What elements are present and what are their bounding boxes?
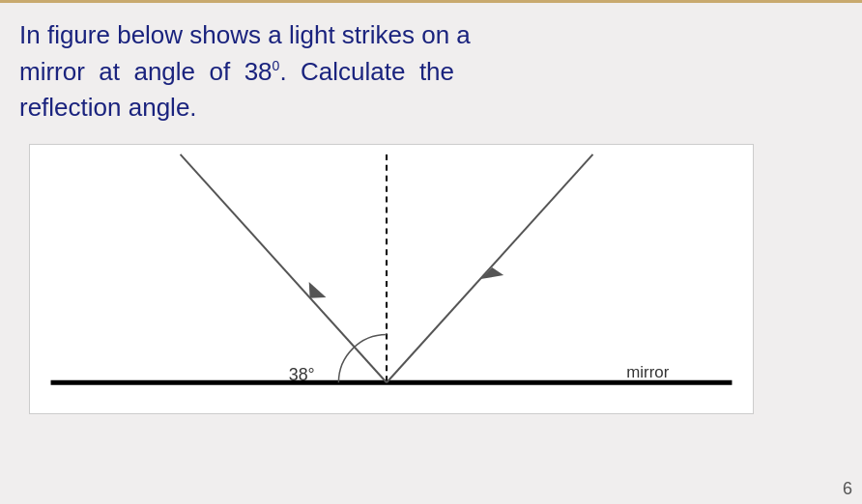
incident-ray: [181, 154, 387, 382]
top-border: [0, 0, 862, 3]
question-text: In figure below shows a light strikes on…: [19, 17, 843, 126]
question-line3: reflection angle.: [19, 93, 197, 122]
diagram-svg: 38° mirror: [30, 145, 753, 413]
content-area: In figure below shows a light strikes on…: [19, 17, 843, 485]
question-line1: In figure below shows a light strikes on…: [19, 20, 471, 49]
slide-number: 6: [843, 479, 852, 499]
question-line2: mirror at angle of 380. Calculate the: [19, 57, 454, 86]
mirror-label: mirror: [626, 363, 669, 381]
angle-label: 38°: [289, 365, 315, 384]
degree-superscript: 0: [273, 58, 280, 73]
reflected-ray-arrow: [480, 267, 503, 279]
reflected-ray: [387, 154, 592, 382]
diagram-container: 38° mirror: [29, 144, 754, 414]
